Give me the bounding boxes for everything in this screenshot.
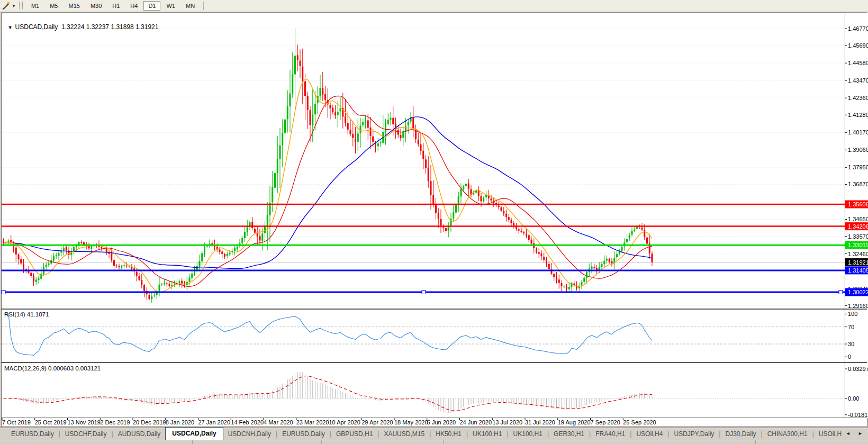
chart-tab-gbpusd-h1[interactable]: GBPUSD,H1 bbox=[331, 429, 377, 440]
timeframe-button-w1[interactable]: W1 bbox=[161, 1, 180, 11]
chart-symbol-period: USDCAD,Daily bbox=[15, 23, 58, 31]
timeframe-button-mn[interactable]: MN bbox=[181, 1, 200, 11]
rsi-indicator-label: RSI(14) 41.1071 bbox=[4, 311, 49, 318]
timeframe-buttons: M1M5M15M30H1H4D1W1MN bbox=[26, 1, 200, 11]
chart-tab-eurusd-daily[interactable]: EURUSD,Daily bbox=[6, 429, 59, 440]
chart-tab-china300-h1[interactable]: CHINA300,H1 bbox=[763, 429, 812, 440]
status-bar bbox=[0, 440, 868, 444]
top-toolbar: ▼ M1M5M15M30H1H4D1W1MN bbox=[0, 0, 868, 12]
timeframe-button-m5[interactable]: M5 bbox=[45, 1, 62, 11]
toolbar-separator bbox=[203, 2, 204, 10]
chart-tab-usdcad-daily[interactable]: USDCAD,Daily bbox=[165, 427, 223, 440]
chart-tab-eurusd-daily[interactable]: EURUSD,Daily bbox=[277, 429, 330, 440]
toolbar-grip[interactable] bbox=[19, 2, 23, 10]
chart-tab-usoil-h4[interactable]: USOil,H4 bbox=[631, 429, 667, 440]
timeframe-button-m15[interactable]: M15 bbox=[64, 1, 84, 11]
chart-tab-usoil-h[interactable]: USOil,H bbox=[814, 429, 846, 440]
chart-tab-usdcnh-daily[interactable]: USDCNH,Daily bbox=[223, 429, 276, 440]
tab-scroll-arrows[interactable]: ◄ ► bbox=[846, 431, 866, 436]
chart-tab-hk50-h1[interactable]: HK50,H1 bbox=[431, 429, 466, 440]
chart-tab-usdjpy-daily[interactable]: USDJPY,Daily bbox=[670, 429, 719, 440]
timeframe-button-m1[interactable]: M1 bbox=[26, 1, 44, 11]
chart-ohlc-values: 1.32224 1.32237 1.31898 1.31921 bbox=[61, 23, 159, 31]
chart-window bbox=[1, 13, 867, 427]
chart-tab-xauusd-m15[interactable]: XAUUSD,M15 bbox=[379, 429, 429, 440]
chart-menu-caret[interactable]: ▼ bbox=[8, 25, 13, 30]
chart-tab-audusd-daily[interactable]: AUDUSD,Daily bbox=[113, 429, 166, 440]
chart-tab-uk100-h1[interactable]: UK100,H1 bbox=[509, 429, 547, 440]
chart-tab-dj30-daily[interactable]: DJ30,Daily bbox=[720, 429, 761, 440]
chart-drawing-tools-icon[interactable] bbox=[1, 2, 12, 10]
chart-tab-bar: EURUSD,Daily|USDCHF,Daily|AUDUSD,DailyUS… bbox=[0, 428, 868, 440]
chart-tab-usdchf-daily[interactable]: USDCHF,Daily bbox=[60, 429, 112, 440]
chart-tab-fra40-h1[interactable]: FRA40,H1 bbox=[591, 429, 630, 440]
timeframe-button-h1[interactable]: H1 bbox=[107, 1, 124, 11]
tool-dropdown-caret[interactable]: ▼ bbox=[12, 4, 16, 8]
chart-tabs: EURUSD,Daily|USDCHF,Daily|AUDUSD,DailyUS… bbox=[6, 429, 846, 440]
timeframe-button-d1[interactable]: D1 bbox=[143, 1, 160, 11]
timeframe-button-m30[interactable]: M30 bbox=[86, 1, 106, 11]
chart-title: ▼USDCAD,Daily 1.32224 1.32237 1.31898 1.… bbox=[4, 16, 158, 31]
timeframe-button-h4[interactable]: H4 bbox=[125, 1, 142, 11]
chart-tab-ger30-h1[interactable]: GER30,H1 bbox=[549, 429, 589, 440]
chart-tab-uk100-h1[interactable]: UK100,H1 bbox=[468, 429, 507, 440]
macd-indicator-label: MACD(12,26,9) 0.000603 0.003121 bbox=[4, 365, 101, 371]
